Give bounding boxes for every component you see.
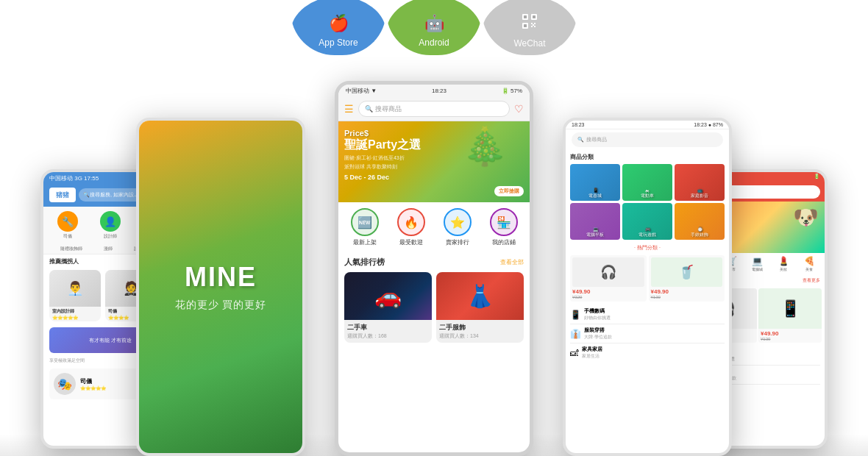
svg-rect-4: [533, 15, 536, 18]
svg-rect-8: [531, 26, 533, 27]
rank-card-car[interactable]: 🚗 二手車 週購買人數：168: [344, 272, 432, 343]
banner-title: 聖誕Party之選: [344, 138, 524, 153]
platform-badges: 🍎 App Store 🤖 Android WeChat: [291, 0, 577, 55]
mine-slogan: 花的更少 買的更好: [175, 299, 267, 312]
prm-categories: 商品分類 📱 電器城 🏍 電動車 📺 家庭影音 💻 電腦平板: [566, 150, 729, 243]
wechat-badge[interactable]: WeChat: [482, 0, 577, 55]
worker-card[interactable]: 👨‍💼 室內設計師 ⭐⭐⭐⭐⭐: [49, 270, 101, 321]
svg-rect-9: [534, 26, 536, 27]
fashion-image: 👗: [436, 272, 524, 320]
ranking-cards: 🚗 二手車 週購買人數：168 👗 二手服飾 週購買人數：134: [344, 272, 524, 343]
center-navbar: ☰ 🔍 搜尋商品 ♡: [338, 97, 530, 121]
view-all-link[interactable]: 查看全部: [500, 258, 524, 266]
cat-popular[interactable]: 🔥 最受歡迎: [397, 208, 425, 246]
apple-icon: 🍎: [329, 14, 349, 33]
product-item[interactable]: 🎧 ¥49.90 ¥320: [570, 255, 647, 302]
category-grid: 📱 電器城 🏍 電動車 📺 家庭影音 💻 電腦平板 🎮 電玩遊戲: [570, 164, 725, 240]
nav-food[interactable]: 🍕 美食: [797, 256, 822, 271]
phones-container: 中国移动 3G 17:55 猪猪 🔍 搜尋服務, 如家內設... 🔧 司儀 👤 …: [0, 59, 868, 456]
android-badge[interactable]: 🤖 Android: [386, 0, 482, 55]
mine-background: MINE 花的更少 買的更好: [139, 121, 302, 453]
banner-sub2: 派對頭球 共享歡聚時刻: [344, 163, 524, 171]
svg-rect-5: [524, 24, 527, 27]
prm-products: 🎧 ¥49.90 ¥320 🥤 ¥49.90 ¥130: [566, 253, 729, 304]
grid-ev[interactable]: 🏍 電動車: [622, 164, 672, 201]
appstore-label: App Store: [319, 38, 357, 48]
cat-new[interactable]: 🆕 最新上架: [351, 208, 379, 246]
svg-rect-7: [534, 23, 536, 24]
banner-sub1: 圍裙·廚工衫·紅酒低至43折: [344, 154, 524, 162]
status-left: 中国移动 ▼: [346, 87, 377, 95]
cat-ranking[interactable]: ⭐ 賣家排行: [444, 208, 472, 246]
hot-item[interactable]: 🛋 家具家居 家居生活: [570, 343, 725, 362]
svg-rect-3: [524, 15, 527, 18]
cat-section-title: 商品分類: [570, 153, 725, 161]
android-icon: 🤖: [424, 14, 444, 33]
phone-mine: MINE 花的更少 買的更好: [136, 118, 305, 456]
nav-beauty[interactable]: 💄 美妝: [772, 256, 796, 271]
appstore-badge[interactable]: 🍎 App Store: [291, 0, 386, 55]
avatar: 🎭: [54, 373, 76, 395]
banner-price-label: Price$: [344, 129, 524, 138]
cat-item[interactable]: 👤 設計師: [100, 211, 121, 240]
svg-rect-6: [531, 23, 533, 24]
prm-search[interactable]: 🔍 搜尋商品: [572, 132, 723, 147]
hot-item[interactable]: 📱 手機數碼 好物由你挑選: [570, 305, 725, 324]
hot-section-title: · 熱門分類 ·: [566, 243, 729, 253]
menu-icon[interactable]: ☰: [344, 103, 354, 115]
center-categories: 🆕 最新上架 🔥 最受歡迎 ⭐ 賣家排行 🏪 我的店鋪: [338, 202, 530, 252]
shop-button[interactable]: 立即搶購: [494, 186, 524, 196]
favorite-icon[interactable]: ♡: [514, 103, 524, 115]
rank-card-fashion[interactable]: 👗 二手服飾 週購買人數：134: [436, 272, 524, 343]
app-logo: 猪猪: [49, 188, 76, 202]
hot-items-list: 📱 手機數碼 好物由你挑選 👔 服裝穿搭 大牌·學位追款 🛋 家具家居 家居生活: [566, 304, 729, 363]
prm-statusbar: 18:23 18:23 ● 87%: [566, 121, 729, 129]
status-time: 18:23: [432, 88, 447, 94]
center-banner: Price$ 聖誕Party之選 圍裙·廚工衫·紅酒低至43折 派對頭球 共享歡…: [338, 121, 530, 202]
wechat-label: WeChat: [513, 38, 545, 49]
grid-computer[interactable]: 💻 電腦平板: [570, 203, 620, 240]
car-image: 🚗: [344, 272, 432, 320]
wechat-icon: [522, 13, 538, 34]
status-right: 🔋 57%: [502, 88, 522, 94]
android-label: Android: [419, 38, 449, 48]
grid-electronics[interactable]: 📱 電器城: [570, 164, 620, 201]
svg-rect-10: [533, 24, 534, 26]
ranking-title: 人氣排行榜: [344, 257, 385, 268]
status-carrier: 中国移动 3G 17:55: [49, 174, 99, 182]
center-statusbar: 中国移动 ▼ 18:23 🔋 57%: [338, 85, 530, 97]
banner-date: 5 Dec - 26 Dec: [344, 174, 524, 181]
grid-watch[interactable]: ⌚ 手錶錶飾: [675, 203, 725, 240]
nav-computer[interactable]: 💻 電腦城: [745, 256, 769, 271]
product-item[interactable]: 🥤 ¥49.90 ¥130: [649, 255, 725, 302]
phone-right-mid: 18:23 18:23 ● 87% 🔍 搜尋商品 商品分類 📱 電器城 🏍 電動…: [563, 118, 732, 456]
cat-item[interactable]: 🔧 司儀: [57, 211, 78, 240]
center-search[interactable]: 🔍 搜尋商品: [358, 101, 510, 117]
ranking-section: 人氣排行榜 查看全部 🚗 二手車 週購買人數：168 👗 二手服飾 週購買人數：…: [338, 252, 530, 347]
phone-center: 中国移动 ▼ 18:23 🔋 57% ☰ 🔍 搜尋商品 ♡ Price$ 聖誕P…: [335, 81, 533, 456]
grid-av[interactable]: 📺 家庭影音: [675, 164, 725, 201]
product-tablet[interactable]: 📱 ¥49.90 ¥130: [758, 288, 822, 343]
mine-brand: MINE: [185, 262, 257, 293]
cat-store[interactable]: 🏪 我的店鋪: [490, 208, 518, 246]
grid-gaming[interactable]: 🎮 電玩遊戲: [622, 203, 672, 240]
hot-item[interactable]: 👔 服裝穿搭 大牌·學位追款: [570, 324, 725, 343]
